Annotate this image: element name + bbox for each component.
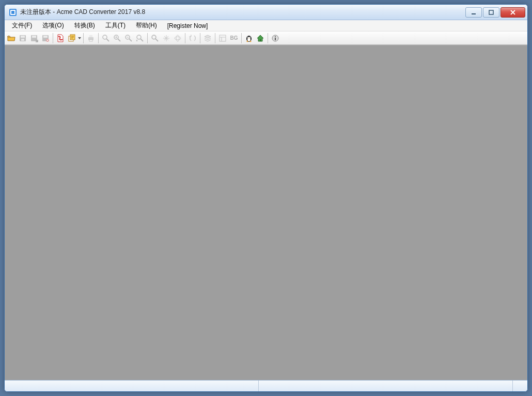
svg-rect-27 [220,35,226,41]
toolbar-separator [185,33,185,43]
batch-convert-button[interactable] [66,33,77,44]
menu-file[interactable]: 文件(F) [7,20,37,31]
status-segment-2 [259,381,513,391]
zoom-window-icon [136,34,144,42]
svg-rect-17 [89,40,92,41]
svg-rect-7 [21,39,24,41]
save-as-icon [30,34,38,42]
menu-register[interactable]: [Register Now] [162,21,213,30]
zoom-extents-icon [151,34,159,42]
minimize-button[interactable] [465,7,482,18]
close-file-icon [41,34,50,42]
open-folder-icon [7,34,15,42]
menu-options[interactable]: 选项(O) [37,20,69,31]
pan-button[interactable] [161,33,172,44]
batch-icon [68,34,76,42]
layers-icon [204,34,212,42]
bg-icon: BG [230,35,238,41]
print-button[interactable] [85,33,97,44]
zoom-window-button[interactable] [134,33,146,44]
svg-rect-35 [275,38,276,40]
svg-point-24 [165,37,167,39]
save-button[interactable] [17,33,28,44]
about-button[interactable] [270,33,281,44]
svg-rect-16 [89,35,92,37]
toolbar-separator [147,33,148,43]
app-icon [9,8,17,17]
zoom-extents-button[interactable] [149,33,161,44]
window-controls [464,7,525,18]
menu-tools[interactable]: 工具(T) [100,20,131,31]
save-icon [19,34,27,42]
svg-point-25 [175,37,181,40]
svg-point-26 [176,35,179,41]
print-icon [87,34,95,42]
layout-icon [218,34,227,42]
layers-button[interactable] [202,33,213,44]
svg-point-30 [247,37,248,38]
zoom-in-button[interactable] [112,33,123,44]
application-window: 未注册版本 - Acme CAD Converter 2017 v8.8 文件(… [4,4,528,392]
info-icon [271,34,279,42]
penguin-icon [245,34,253,42]
toolbar-separator [268,33,268,43]
svg-rect-9 [32,36,36,38]
regen-button[interactable] [187,33,198,44]
save-as-button[interactable] [28,33,40,44]
maximize-button[interactable] [483,7,499,18]
toolbar-separator [215,33,215,43]
status-segment-1 [5,381,259,391]
svg-rect-3 [472,13,476,14]
svg-rect-2 [11,11,14,14]
statusbar [5,380,527,391]
content-area [5,45,527,380]
regen-icon [189,34,197,42]
toolbar-separator [200,33,200,43]
view-3d-button[interactable] [172,33,183,44]
window-title: 未注册版本 - Acme CAD Converter 2017 v8.8 [20,8,464,17]
zoom-in-icon [113,34,121,42]
layout-button[interactable] [217,33,228,44]
home-button[interactable] [255,33,266,44]
zoom-out-button[interactable] [123,33,134,44]
zoom-out-icon [124,34,133,42]
status-segment-3 [513,381,527,391]
svg-rect-32 [260,39,261,41]
menubar: 文件(F) 选项(O) 转换(B) 工具(T) 帮助(H) [Register … [5,20,527,31]
svg-point-31 [249,37,251,38]
svg-point-34 [275,36,276,37]
close-file-button[interactable] [40,33,51,44]
menu-convert[interactable]: 转换(B) [69,20,100,31]
svg-point-29 [247,37,251,41]
open-button[interactable] [6,33,17,44]
background-button[interactable]: BG [228,33,240,44]
support-button[interactable] [243,33,255,44]
svg-rect-4 [489,10,493,14]
pdf-button[interactable] [55,33,66,44]
toolbar-separator [53,33,53,43]
svg-rect-11 [43,36,48,38]
titlebar[interactable]: 未注册版本 - Acme CAD Converter 2017 v8.8 [5,5,527,20]
svg-point-21 [137,35,141,39]
batch-dropdown[interactable] [77,37,82,39]
toolbar-separator [83,33,84,43]
pdf-icon [56,34,65,42]
svg-rect-6 [21,36,25,38]
toolbar: BG [5,31,527,45]
menu-help[interactable]: 帮助(H) [131,20,162,31]
toolbar-separator [98,33,99,43]
close-button[interactable] [500,7,525,18]
toolbar-separator [241,33,242,43]
svg-point-18 [103,35,107,39]
zoom-button[interactable] [100,33,112,44]
pan-icon [162,34,170,42]
zoom-icon [102,34,110,42]
svg-rect-23 [152,36,155,39]
view-3d-icon [174,34,182,42]
home-icon [256,34,264,42]
